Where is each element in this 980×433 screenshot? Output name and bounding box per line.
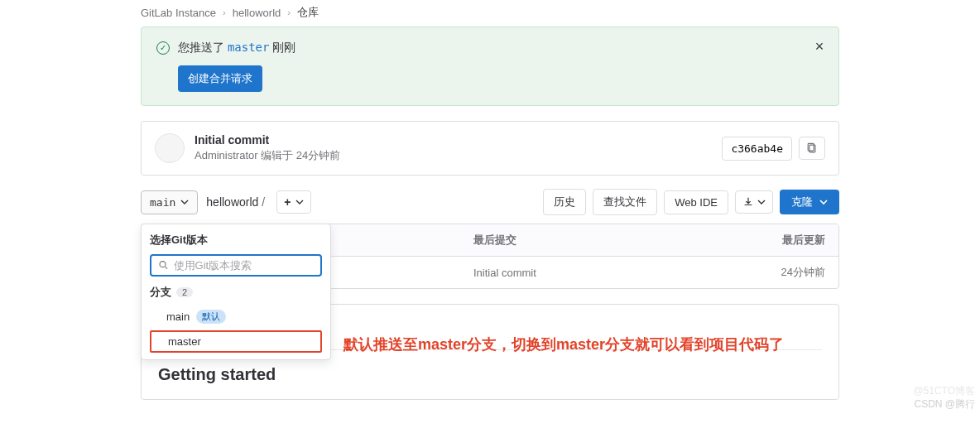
col-last-commit: 最后提交	[424, 233, 693, 248]
clipboard-icon	[806, 142, 818, 154]
push-alert: 您推送了 master 刚刚 创建合并请求 ×	[141, 26, 839, 106]
branch-selector-button[interactable]: main	[141, 190, 198, 214]
branch-search-input[interactable]	[174, 259, 314, 272]
breadcrumb: GitLab Instance › helloworld › 仓库	[0, 0, 980, 26]
path-breadcrumb: helloworld/	[206, 195, 268, 209]
svg-point-2	[160, 262, 166, 267]
row-updated-at: 24分钟前	[693, 265, 825, 280]
chevron-right-icon: ›	[223, 7, 226, 17]
download-icon	[742, 196, 754, 208]
row-commit-message[interactable]: Initial commit	[424, 267, 693, 279]
plus-icon: +	[284, 195, 291, 209]
close-icon[interactable]: ×	[810, 37, 829, 55]
chevron-down-icon	[819, 198, 828, 206]
alert-branch-link[interactable]: master	[228, 41, 270, 54]
chevron-down-icon	[180, 198, 189, 206]
branch-dropdown: 选择Git版本 分支 2 main 默认 master	[141, 224, 331, 360]
create-merge-request-button[interactable]: 创建合并请求	[178, 65, 262, 92]
search-icon	[158, 259, 169, 271]
commit-title[interactable]: Initial commit	[195, 133, 340, 147]
history-button[interactable]: 历史	[543, 189, 586, 215]
branch-item-master[interactable]: master	[150, 330, 322, 353]
chevron-right-icon: ›	[287, 7, 291, 17]
avatar	[155, 133, 185, 163]
chevron-down-icon	[295, 198, 304, 206]
annotation-text: 默认推送至master分支，切换到master分支就可以看到项目代码了	[343, 334, 784, 354]
col-last-update: 最后更新	[693, 233, 825, 248]
branch-count-badge: 2	[176, 287, 193, 297]
add-file-button[interactable]: +	[276, 190, 311, 214]
breadcrumb-current: 仓库	[297, 5, 319, 20]
web-ide-button[interactable]: Web IDE	[664, 190, 728, 214]
branch-search[interactable]	[150, 254, 322, 277]
repo-toolbar: main helloworld/ + 选择Git版本	[141, 189, 839, 215]
download-button[interactable]	[735, 190, 773, 214]
svg-line-3	[166, 267, 167, 268]
watermark: CSDN @腾行	[914, 397, 975, 411]
breadcrumb-root[interactable]: GitLab Instance	[141, 7, 216, 19]
path-root[interactable]: helloworld	[206, 195, 258, 209]
breadcrumb-project[interactable]: helloworld	[233, 7, 281, 19]
last-commit-panel: Initial commit Administrator 编辑于 24分钟前 c…	[141, 121, 839, 176]
copy-sha-button[interactable]	[799, 137, 825, 160]
chevron-down-icon	[757, 198, 766, 206]
check-circle-icon	[156, 41, 170, 55]
branch-item-main[interactable]: main 默认	[150, 305, 322, 329]
commit-meta: Administrator 编辑于 24分钟前	[195, 148, 340, 163]
branch-section-label: 分支 2	[150, 285, 322, 300]
watermark: @51CTO博客	[913, 384, 975, 398]
dropdown-title: 选择Git版本	[150, 233, 322, 248]
commit-sha-button[interactable]: c366ab4e	[722, 137, 792, 161]
find-file-button[interactable]: 查找文件	[593, 189, 657, 215]
alert-text: 您推送了 master 刚刚	[178, 41, 295, 55]
readme-h2: Getting started	[158, 365, 822, 384]
default-badge: 默认	[196, 310, 226, 324]
clone-button[interactable]: 克隆	[780, 190, 839, 214]
